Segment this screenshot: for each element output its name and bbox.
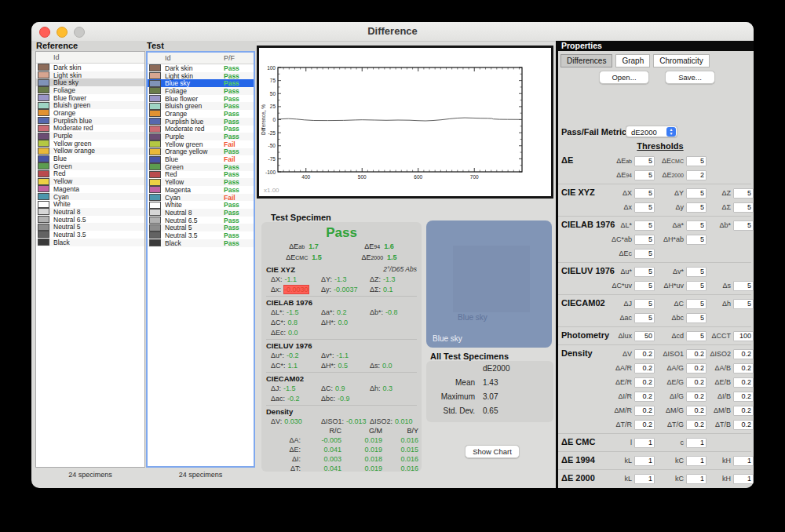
threshold-input[interactable] xyxy=(686,349,706,359)
threshold-input[interactable] xyxy=(686,331,706,341)
threshold-input[interactable] xyxy=(733,420,754,430)
list-row[interactable]: Light skinPass xyxy=(148,72,254,80)
list-row[interactable]: PurplePass xyxy=(148,133,254,140)
list-row[interactable]: Yellow orange xyxy=(36,148,144,155)
show-chart-button[interactable]: Show Chart xyxy=(465,445,520,458)
threshold-input[interactable] xyxy=(634,281,655,291)
threshold-input[interactable] xyxy=(634,249,655,259)
tab-differences[interactable]: Differences xyxy=(560,54,612,67)
threshold-input[interactable] xyxy=(634,420,655,430)
threshold-input[interactable] xyxy=(733,456,754,466)
list-row[interactable]: Dark skinPass xyxy=(148,64,254,72)
threshold-input[interactable] xyxy=(733,331,754,341)
list-row[interactable]: GreenPass xyxy=(148,163,254,171)
threshold-input[interactable] xyxy=(686,474,706,484)
list-row[interactable]: Yellow green xyxy=(36,140,144,148)
list-row[interactable]: WhitePass xyxy=(148,201,254,209)
threshold-input[interactable] xyxy=(634,202,655,213)
test-list[interactable]: Id P/F Dark skinPassLight skinPassBlue s… xyxy=(146,51,255,468)
list-row[interactable]: Neutral 5Pass xyxy=(148,224,254,231)
threshold-input[interactable] xyxy=(634,349,655,359)
list-row[interactable]: Blue skyPass xyxy=(148,79,254,87)
threshold-input[interactable] xyxy=(686,377,706,388)
threshold-input[interactable] xyxy=(686,156,706,166)
list-row[interactable]: Light skin xyxy=(36,71,144,79)
threshold-input[interactable] xyxy=(733,349,754,359)
list-row[interactable]: Neutral 8 xyxy=(36,208,144,216)
threshold-input[interactable] xyxy=(634,474,655,484)
list-row[interactable]: Neutral 6.5Pass xyxy=(148,217,254,224)
threshold-input[interactable] xyxy=(634,170,655,180)
list-row[interactable]: FoliagePass xyxy=(148,87,254,95)
threshold-input[interactable] xyxy=(634,188,655,199)
list-row[interactable]: MagentaPass xyxy=(148,186,254,194)
threshold-input[interactable] xyxy=(634,220,655,231)
reference-list[interactable]: Id Dark skinLight skinBlue skyFoliageBlu… xyxy=(35,51,145,468)
threshold-input[interactable] xyxy=(634,456,655,466)
threshold-input[interactable] xyxy=(686,438,706,448)
threshold-input[interactable] xyxy=(733,281,754,291)
list-row[interactable]: Yellow xyxy=(36,177,144,185)
threshold-input[interactable] xyxy=(686,406,706,416)
list-row[interactable]: Blue flowerPass xyxy=(148,95,254,103)
threshold-input[interactable] xyxy=(686,202,706,213)
list-row[interactable]: Neutral 5 xyxy=(36,223,144,231)
list-row[interactable]: RedPass xyxy=(148,171,254,179)
list-row[interactable]: Moderate redPass xyxy=(148,126,254,133)
threshold-input[interactable] xyxy=(733,202,754,213)
threshold-input[interactable] xyxy=(733,392,754,402)
list-row[interactable]: Neutral 6.5 xyxy=(36,216,144,224)
threshold-input[interactable] xyxy=(686,170,706,180)
list-row[interactable]: Bluish greenPass xyxy=(148,102,254,110)
threshold-input[interactable] xyxy=(634,377,655,388)
threshold-input[interactable] xyxy=(634,406,655,416)
list-row[interactable]: White xyxy=(36,200,144,208)
threshold-input[interactable] xyxy=(686,299,706,309)
threshold-input[interactable] xyxy=(686,313,706,323)
threshold-input[interactable] xyxy=(686,188,706,199)
threshold-input[interactable] xyxy=(686,220,706,231)
list-row[interactable]: Yellow greenFail xyxy=(148,140,254,148)
list-row[interactable]: Purplish blue xyxy=(36,117,144,125)
list-row[interactable]: Blue sky xyxy=(36,78,144,86)
list-row[interactable]: Green xyxy=(36,162,144,170)
list-row[interactable]: Blue xyxy=(36,155,144,162)
list-row[interactable]: OrangePass xyxy=(148,110,254,118)
list-row[interactable]: Neutral 3.5Pass xyxy=(148,231,254,239)
tab-graph[interactable]: Graph xyxy=(615,54,650,67)
threshold-input[interactable] xyxy=(733,220,754,231)
list-row[interactable]: Black xyxy=(36,239,144,246)
tab-chromaticity[interactable]: Chromaticity xyxy=(653,54,710,67)
threshold-input[interactable] xyxy=(634,363,655,373)
list-row[interactable]: Purple xyxy=(36,132,144,140)
threshold-input[interactable] xyxy=(686,235,706,245)
open-button[interactable]: Open... xyxy=(599,71,649,84)
threshold-input[interactable] xyxy=(634,392,655,402)
list-row[interactable]: Cyan xyxy=(36,193,144,201)
list-row[interactable]: Orange yellowPass xyxy=(148,148,254,156)
threshold-input[interactable] xyxy=(634,313,655,323)
threshold-input[interactable] xyxy=(686,420,706,430)
threshold-input[interactable] xyxy=(733,377,754,388)
list-row[interactable]: Red xyxy=(36,170,144,178)
threshold-input[interactable] xyxy=(733,474,754,484)
threshold-input[interactable] xyxy=(634,267,655,277)
metric-popup[interactable]: dE2000 ▲▼ xyxy=(626,126,677,137)
save-button[interactable]: Save... xyxy=(665,71,715,84)
threshold-input[interactable] xyxy=(733,363,754,373)
threshold-input[interactable] xyxy=(733,406,754,416)
threshold-input[interactable] xyxy=(686,392,706,402)
threshold-input[interactable] xyxy=(733,188,754,199)
list-row[interactable]: Bluish green xyxy=(36,101,144,109)
list-row[interactable]: Purplish bluePass xyxy=(148,118,254,126)
list-row[interactable]: Foliage xyxy=(36,86,144,94)
list-row[interactable]: Magenta xyxy=(36,185,144,193)
list-row[interactable]: YellowPass xyxy=(148,178,254,186)
threshold-input[interactable] xyxy=(686,267,706,277)
threshold-input[interactable] xyxy=(686,456,706,466)
list-row[interactable]: Neutral 3.5 xyxy=(36,231,144,239)
threshold-input[interactable] xyxy=(634,156,655,166)
threshold-input[interactable] xyxy=(733,299,754,309)
threshold-input[interactable] xyxy=(686,363,706,373)
threshold-input[interactable] xyxy=(634,438,655,448)
